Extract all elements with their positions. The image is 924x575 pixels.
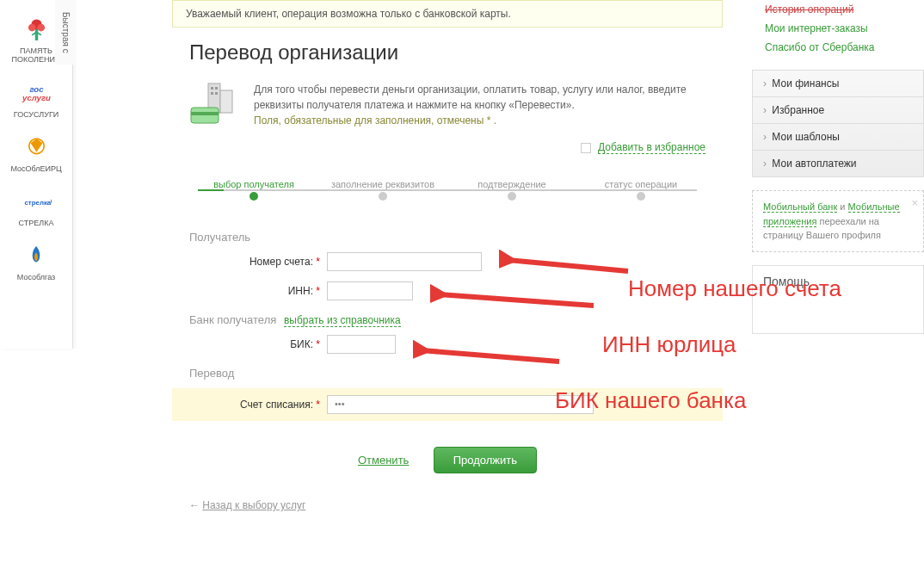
required-mark: *: [316, 285, 320, 297]
annotation-inn: ИНН юрлица: [602, 331, 736, 358]
close-icon[interactable]: ×: [911, 195, 918, 212]
recipient-section-label: Получатель: [189, 231, 705, 244]
cancel-button[interactable]: Отменить: [358, 454, 409, 467]
sidebar-item-gosuslugi[interactable]: гос услуги ГОСУСЛУГИ: [0, 71, 72, 126]
arrow-account: [499, 250, 637, 275]
info-box: × Мобильный банк и Мобильные приложения …: [752, 190, 924, 252]
favorites-link-wrap: Добавить в избранное: [172, 141, 723, 162]
svg-point-8: [51, 198, 52, 206]
main-content: Уважаемый клиент, операция возможна толь…: [172, 0, 723, 520]
arrow-bik: [413, 340, 568, 366]
spasibo-link[interactable]: Спасибо от Сбербанка: [765, 38, 924, 57]
required-mark: *: [316, 256, 320, 268]
required-mark: *: [316, 399, 320, 411]
bik-label: БИК: *: [189, 338, 327, 350]
submit-button[interactable]: Продолжить: [434, 447, 537, 473]
progress-dot-icon: [379, 192, 387, 201]
debit-label: Счет списания: *: [189, 399, 327, 411]
bank-section-label: Банк получателя выбрать из справочника: [189, 313, 705, 326]
info-text: Для того чтобы перевести деньги организа…: [254, 82, 705, 128]
progress-step-label: статус операции: [605, 179, 677, 189]
svg-line-18: [508, 260, 628, 271]
progress-dot-icon: [249, 192, 258, 201]
progress-step-4: статус операции: [576, 179, 705, 201]
mosobleirc-icon: [22, 133, 52, 163]
back-link[interactable]: Назад к выбору услуг: [202, 499, 305, 511]
progress-step-label: выбор получателя: [213, 179, 294, 189]
debit-value: •••: [335, 399, 345, 409]
favorites-link[interactable]: Добавить в избранное: [598, 141, 705, 154]
svg-line-20: [439, 294, 594, 306]
svg-rect-16: [191, 112, 219, 115]
sidebar-item-strelka[interactable]: стрелка СТРЕЛКА: [0, 180, 72, 234]
sidebar-tab[interactable]: Быстрая с: [55, 0, 77, 65]
gas-icon: [22, 241, 52, 271]
account-label-text: Номер счета:: [249, 256, 313, 268]
building-card-icon: [189, 82, 241, 125]
bookmark-icon: [581, 143, 591, 153]
progress-step-1: выбор получателя: [189, 179, 318, 201]
sidebar-item-label: СТРЕЛКА: [19, 219, 54, 227]
gosuslugi-icon: гос услуги: [22, 78, 52, 108]
sidebar-item-label: Мособлгаз: [17, 273, 55, 281]
bank-label-text: Банк получателя: [189, 313, 276, 326]
orders-link[interactable]: Мои интернет-заказы: [765, 19, 924, 38]
required-mark: *: [316, 338, 320, 350]
flower-icon: [22, 15, 52, 46]
annotation-bik: БИК нашего банка: [555, 387, 746, 414]
action-buttons: Отменить Продолжить: [172, 447, 723, 473]
svg-point-1: [28, 24, 35, 32]
svg-text:услуги: услуги: [22, 93, 51, 102]
annotation-account: Номер нашего счета: [628, 275, 841, 302]
arrow-inn: [430, 284, 602, 310]
svg-point-2: [37, 24, 45, 32]
inn-label: ИНН: *: [189, 285, 327, 297]
progress-dot-icon: [637, 192, 645, 201]
menu-autopay[interactable]: Мои автоплатежи: [753, 151, 923, 176]
progress-step-label: заполнение реквизитов: [331, 179, 434, 189]
svg-text:стрелка: стрелка: [24, 199, 51, 207]
account-label: Номер счета: *: [189, 256, 327, 268]
strelka-icon: стрелка: [22, 187, 52, 217]
svg-text:гос: гос: [29, 84, 44, 94]
back-link-wrap: ← Назад к выбору услуг: [172, 491, 723, 520]
page-title: Перевод организации: [189, 40, 705, 65]
top-links: История операций Мои интернет-заказы Спа…: [752, 0, 924, 70]
info-text-line2: Поля, обязательные для заполнения, отмеч…: [254, 114, 487, 127]
mobilebank-link[interactable]: Мобильный банк: [763, 201, 837, 213]
alert-message: Уважаемый клиент, операция возможна толь…: [172, 0, 723, 28]
menu-favorites[interactable]: Избранное: [753, 97, 923, 124]
progress-step-2: заполнение реквизитов: [318, 179, 447, 201]
sidebar-item-mosobleirc[interactable]: МосОблЕИРЦ: [0, 126, 72, 180]
account-input[interactable]: [327, 252, 482, 271]
info-text-line1: Для того чтобы перевести деньги организа…: [254, 83, 687, 111]
svg-rect-11: [211, 87, 213, 90]
svg-rect-14: [215, 92, 218, 95]
progress-bar: выбор получателя заполнение реквизитов п…: [172, 162, 723, 218]
info-and: и: [837, 201, 847, 212]
info-block: Для того чтобы перевести деньги организа…: [172, 82, 723, 128]
sidebar-item-label: ПАМЯТЬ ПОКОЛЕНИЙ: [12, 47, 61, 65]
info-text-line2end: .: [490, 114, 496, 127]
inn-label-text: ИНН:: [288, 285, 313, 297]
sidebar-item-mosoblgaz[interactable]: Мособлгаз: [0, 234, 72, 288]
sidebar-item-label: МосОблЕИРЦ: [10, 164, 61, 173]
left-sidebar: Быстрая с ПАМЯТЬ ПОКОЛЕНИЙ гос услуги ГО…: [0, 0, 73, 349]
menu-templates[interactable]: Мои шаблоны: [753, 124, 923, 151]
transfer-section-label: Перевод: [189, 367, 705, 380]
svg-rect-12: [215, 87, 218, 90]
bik-input[interactable]: [327, 335, 396, 354]
svg-rect-3: [34, 29, 38, 40]
sidebar-item-label: ГОСУСЛУГИ: [14, 110, 59, 119]
progress-dot-icon: [508, 192, 516, 201]
bank-directory-link[interactable]: выбрать из справочника: [284, 314, 401, 327]
debit-label-text: Счет списания:: [240, 399, 313, 411]
history-link[interactable]: История операций: [765, 0, 853, 19]
progress-step-3: подтверждение: [447, 179, 576, 201]
inn-input[interactable]: [327, 281, 413, 300]
debit-select[interactable]: •••: [327, 395, 594, 414]
menu-finances[interactable]: Мои финансы: [753, 71, 923, 97]
progress-step-label: подтверждение: [477, 179, 545, 189]
svg-rect-13: [211, 92, 213, 95]
svg-rect-10: [220, 90, 232, 113]
